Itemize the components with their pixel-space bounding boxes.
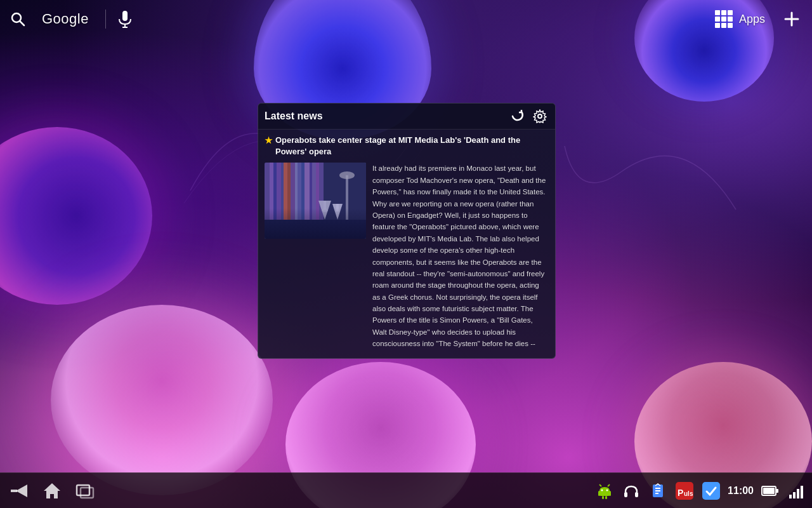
taskbar-nav: [5, 477, 99, 505]
taskbar-sysicons: P ulse 11:00: [594, 481, 807, 501]
svg-rect-38: [81, 488, 93, 498]
svg-rect-2: [122, 11, 128, 21]
svg-point-28: [322, 208, 328, 212]
widget-header: Latest news: [258, 104, 555, 130]
apps-button[interactable]: Apps: [705, 5, 775, 33]
svg-point-40: [606, 489, 608, 491]
tasks-icon[interactable]: [648, 481, 668, 501]
svg-rect-25: [265, 220, 366, 239]
google-text: Google: [42, 11, 89, 27]
topbar-left: Google: [6, 8, 135, 30]
topbar-divider: [105, 10, 106, 29]
svg-text:ulse: ulse: [684, 490, 693, 497]
svg-rect-45: [602, 496, 604, 499]
article-image: [265, 163, 366, 239]
svg-rect-43: [598, 491, 600, 496]
article-headline: ★ Operabots take center stage at MIT Med…: [265, 135, 549, 157]
star-icon: ★: [265, 135, 273, 147]
back-button[interactable]: [5, 477, 33, 505]
svg-point-7: [538, 114, 542, 118]
home-button[interactable]: [38, 477, 66, 505]
widget-controls: [508, 107, 549, 125]
svg-rect-63: [801, 486, 803, 498]
svg-text:P: P: [678, 488, 683, 498]
svg-line-41: [599, 485, 601, 486]
svg-rect-44: [609, 491, 611, 496]
pulse-icon[interactable]: P ulse: [674, 481, 695, 501]
taskbar: P ulse 11:00: [0, 472, 812, 508]
svg-rect-37: [77, 485, 89, 495]
widget-settings-button[interactable]: [531, 107, 549, 125]
android-icon[interactable]: [594, 481, 615, 501]
article-text: It already had its premiere in Monaco la…: [372, 163, 549, 353]
article-headline-text: Operabots take center stage at MIT Media…: [275, 135, 549, 157]
svg-rect-62: [797, 489, 799, 498]
article-image-svg: [265, 163, 366, 239]
time-display: 11:00: [728, 485, 754, 497]
news-widget: Latest news ★ Operabots take center stag…: [258, 103, 556, 359]
widget-body: ★ Operabots take center stage at MIT Med…: [258, 130, 555, 358]
headphones-icon[interactable]: [621, 481, 641, 501]
svg-marker-34: [16, 485, 27, 497]
svg-rect-61: [793, 492, 796, 498]
svg-line-1: [20, 22, 25, 26]
signal-icon: [787, 481, 807, 501]
svg-rect-48: [635, 492, 638, 497]
svg-rect-35: [11, 490, 17, 492]
svg-line-42: [608, 485, 610, 486]
swirl-right: [558, 95, 749, 222]
svg-marker-36: [44, 483, 60, 498]
search-icon[interactable]: [6, 8, 29, 30]
svg-rect-58: [763, 488, 775, 494]
topbar: Google Apps: [0, 0, 812, 38]
apps-label: Apps: [739, 13, 765, 26]
add-button[interactable]: [778, 5, 806, 33]
svg-rect-56: [702, 482, 720, 500]
topbar-right: Apps: [705, 5, 806, 33]
recents-button[interactable]: [71, 477, 99, 505]
widget-title: Latest news: [265, 110, 323, 122]
microphone-icon[interactable]: [115, 9, 135, 29]
svg-point-39: [601, 489, 603, 491]
svg-rect-59: [776, 489, 778, 493]
battery-icon: [760, 481, 780, 501]
check-icon[interactable]: [701, 481, 721, 501]
svg-rect-46: [605, 496, 607, 499]
flower-decor-bottom-left: [51, 305, 273, 495]
svg-rect-60: [789, 495, 792, 498]
svg-rect-47: [624, 492, 627, 497]
article-content: It already had its premiere in Monaco la…: [265, 163, 549, 353]
apps-grid-icon: [715, 10, 733, 28]
svg-rect-33: [265, 163, 366, 239]
widget-refresh-button[interactable]: [508, 107, 526, 125]
google-logo: Google: [34, 8, 96, 30]
